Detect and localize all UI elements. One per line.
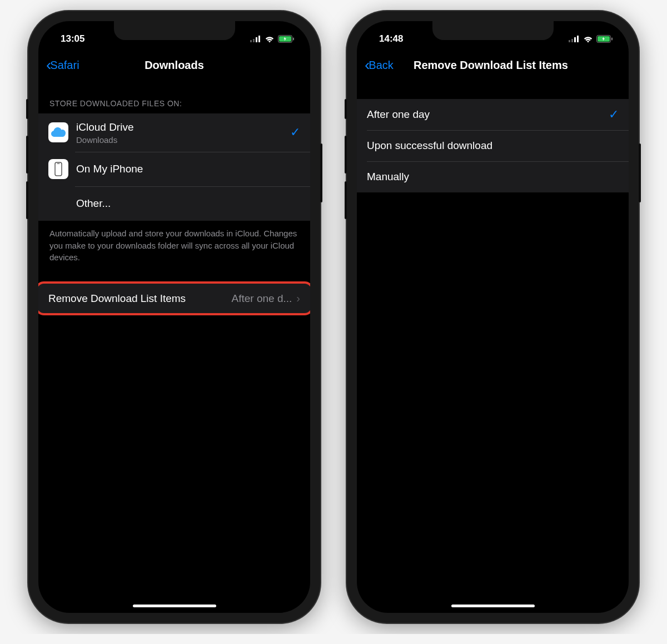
- wifi-icon: [583, 36, 593, 43]
- volume-up-button: [345, 136, 347, 174]
- back-label: Safari: [50, 59, 79, 72]
- screen-left: 13:05 ‹ Safari Downloads STORE DOWN: [38, 21, 310, 613]
- remove-download-list-items-row[interactable]: Remove Download List Items After one d..…: [38, 284, 310, 313]
- option-title: iCloud Drive: [76, 121, 286, 134]
- option-title: After one day: [367, 108, 604, 121]
- option-upon-successful-download[interactable]: Upon successful download: [357, 130, 629, 161]
- phone-right: 14:48 ‹ Back Remove Download List Items: [347, 11, 639, 623]
- content[interactable]: STORE DOWNLOADED FILES ON: iCloud Drive …: [38, 82, 310, 613]
- checkmark-icon: ✓: [609, 107, 619, 122]
- svg-rect-3: [258, 36, 260, 42]
- iphone-icon: [48, 159, 68, 179]
- icon-placeholder: [48, 194, 68, 214]
- checkmark-icon: ✓: [290, 125, 300, 140]
- status-time: 13:05: [61, 33, 84, 44]
- option-title: Manually: [367, 170, 619, 184]
- svg-rect-0: [250, 40, 252, 42]
- option-title: Upon successful download: [367, 139, 619, 152]
- svg-rect-8: [57, 163, 60, 164]
- option-subtitle: Downloads: [76, 135, 286, 145]
- option-other[interactable]: Other...: [38, 186, 310, 221]
- svg-rect-6: [293, 38, 294, 41]
- option-title: Other...: [76, 197, 300, 210]
- icloud-icon: [48, 122, 68, 142]
- notch: [114, 21, 235, 40]
- home-indicator[interactable]: [451, 605, 535, 607]
- nav-bar: ‹ Safari Downloads: [38, 48, 310, 82]
- volume-down-button: [26, 181, 28, 219]
- volume-up-button: [26, 136, 28, 174]
- page-title: Remove Download List Items: [414, 59, 568, 72]
- link-row-value: After one d...: [191, 293, 292, 305]
- wifi-icon: [265, 36, 275, 43]
- power-button: [639, 143, 641, 202]
- nav-bar: ‹ Back Remove Download List Items: [357, 48, 629, 82]
- svg-rect-15: [611, 38, 613, 41]
- mute-switch: [345, 99, 347, 119]
- svg-rect-10: [571, 39, 573, 42]
- svg-rect-9: [569, 40, 570, 42]
- back-button[interactable]: ‹ Safari: [46, 57, 79, 73]
- svg-rect-2: [256, 37, 257, 42]
- content[interactable]: After one day ✓ Upon successful download…: [357, 82, 629, 613]
- battery-charging-icon: [596, 35, 613, 43]
- svg-rect-11: [574, 37, 576, 42]
- back-label: Back: [369, 59, 393, 72]
- option-after-one-day[interactable]: After one day ✓: [357, 99, 629, 130]
- option-manually[interactable]: Manually: [357, 161, 629, 192]
- battery-charging-icon: [278, 35, 295, 43]
- home-indicator[interactable]: [133, 605, 216, 607]
- link-row-label: Remove Download List Items: [48, 293, 186, 305]
- page-title: Downloads: [46, 59, 302, 72]
- signal-icon: [569, 36, 580, 42]
- chevron-right-icon: ›: [296, 292, 300, 305]
- svg-rect-7: [55, 162, 62, 176]
- option-title: On My iPhone: [76, 162, 300, 176]
- storage-options-group: iCloud Drive Downloads ✓ On My iPhone: [38, 113, 310, 221]
- svg-rect-12: [577, 36, 579, 42]
- option-on-my-iphone[interactable]: On My iPhone: [38, 152, 310, 186]
- status-right: [569, 35, 613, 43]
- volume-down-button: [345, 181, 347, 219]
- notch: [432, 21, 554, 40]
- status-time: 14:48: [379, 33, 403, 44]
- svg-rect-1: [253, 39, 255, 42]
- section-footer: Automatically upload and store your down…: [38, 221, 310, 275]
- remove-options-group: After one day ✓ Upon successful download…: [357, 99, 629, 192]
- signal-icon: [250, 36, 261, 42]
- power-button: [320, 143, 322, 202]
- screen-right: 14:48 ‹ Back Remove Download List Items: [357, 21, 629, 613]
- mute-switch: [26, 99, 28, 119]
- phone-left: 13:05 ‹ Safari Downloads STORE DOWN: [28, 11, 320, 623]
- back-button[interactable]: ‹ Back: [365, 57, 394, 73]
- option-icloud-drive[interactable]: iCloud Drive Downloads ✓: [38, 113, 310, 152]
- status-right: [250, 35, 295, 43]
- section-header: STORE DOWNLOADED FILES ON:: [38, 99, 310, 113]
